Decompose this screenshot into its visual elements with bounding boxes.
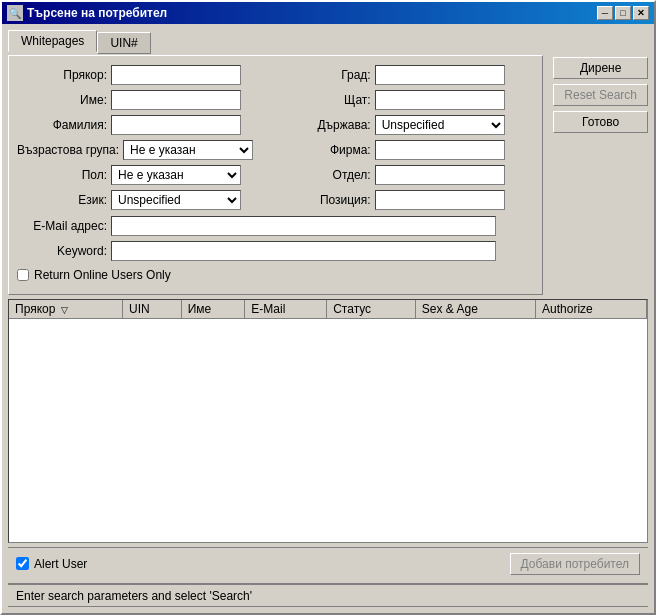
form-columns: Прякор: Име: Фамилия: Възрастова гр [17, 64, 534, 211]
done-button[interactable]: Готово [553, 111, 648, 133]
position-row: Позиция: [281, 189, 535, 211]
surname-row: Фамилия: [17, 114, 271, 136]
name-input[interactable] [111, 90, 241, 110]
city-row: Град: [281, 64, 535, 86]
company-label: Фирма: [281, 143, 371, 157]
alert-user-label: Alert User [34, 557, 87, 571]
email-label: E-Mail адрес: [17, 219, 107, 233]
country-label: Държава: [281, 118, 371, 132]
nickname-input[interactable] [111, 65, 241, 85]
title-bar-controls: ─ □ ✕ [597, 6, 649, 20]
col-nickname[interactable]: Прякор ▽ [9, 300, 123, 319]
col-status[interactable]: Статус [327, 300, 416, 319]
department-label: Отдел: [281, 168, 371, 182]
col-email[interactable]: E-Mail [245, 300, 327, 319]
email-input[interactable] [111, 216, 496, 236]
results-table-container: Прякор ▽ UIN Име E-Mail Статус Sex & Age… [8, 299, 648, 543]
search-area: Прякор: Име: Фамилия: Възрастова гр [8, 55, 648, 295]
email-row: E-Mail адрес: [17, 215, 534, 237]
language-row: Език: Unspecified Bulgarian English Germ… [17, 189, 271, 211]
buttons-panel: Дирене Reset Search Готово [547, 55, 648, 135]
alert-user-checkbox[interactable] [16, 557, 29, 570]
reset-button: Reset Search [553, 84, 648, 106]
close-button[interactable]: ✕ [633, 6, 649, 20]
country-select[interactable]: Unspecified Bulgaria USA Germany UK [375, 115, 505, 135]
company-input[interactable] [375, 140, 505, 160]
department-row: Отдел: [281, 164, 535, 186]
age-group-select[interactable]: Не е указан 18-22 23-29 30-39 40-49 50+ [123, 140, 253, 160]
window-icon: 🔍 [7, 5, 23, 21]
surname-input[interactable] [111, 115, 241, 135]
col-authorize[interactable]: Authorize [536, 300, 647, 319]
title-bar: 🔍 Търсене на потребител ─ □ ✕ [2, 2, 654, 24]
add-user-button: Добави потребител [510, 553, 640, 575]
results-table: Прякор ▽ UIN Име E-Mail Статус Sex & Age… [9, 300, 647, 319]
online-only-label: Return Online Users Only [34, 268, 171, 282]
bottom-bar: Alert User Добави потребител [8, 547, 648, 579]
maximize-button[interactable]: □ [615, 6, 631, 20]
col-uin[interactable]: UIN [123, 300, 182, 319]
name-label: Име: [17, 93, 107, 107]
state-input[interactable] [375, 90, 505, 110]
language-label: Език: [17, 193, 107, 207]
window-content: Whitepages UIN# Прякор: [2, 24, 654, 613]
name-row: Име: [17, 89, 271, 111]
age-group-row: Възрастова група: Не е указан 18-22 23-2… [17, 139, 271, 161]
nickname-label: Прякор: [17, 68, 107, 82]
company-row: Фирма: [281, 139, 535, 161]
window-title: Търсене на потребител [27, 6, 167, 20]
tab-bar: Whitepages UIN# [8, 30, 648, 52]
table-header-row: Прякор ▽ UIN Име E-Mail Статус Sex & Age… [9, 300, 647, 319]
online-only-checkbox[interactable] [17, 269, 29, 281]
position-label: Позиция: [281, 193, 371, 207]
gender-label: Пол: [17, 168, 107, 182]
state-row: Щат: [281, 89, 535, 111]
keyword-row: Keyword: [17, 240, 534, 262]
city-label: Град: [281, 68, 371, 82]
col-sex-age[interactable]: Sex & Age [415, 300, 535, 319]
form-left-col: Прякор: Име: Фамилия: Възрастова гр [17, 64, 271, 211]
sort-icon: ▽ [61, 305, 68, 315]
city-input[interactable] [375, 65, 505, 85]
gender-row: Пол: Не е указан Мъж Жена [17, 164, 271, 186]
status-bar: Enter search parameters and select 'Sear… [8, 583, 648, 607]
status-text: Enter search parameters and select 'Sear… [16, 589, 252, 603]
form-panel: Прякор: Име: Фамилия: Възрастова гр [8, 55, 543, 295]
online-only-row: Return Online Users Only [17, 264, 534, 286]
tab-uin[interactable]: UIN# [97, 32, 150, 54]
age-group-label: Възрастова група: [17, 143, 119, 157]
country-row: Държава: Unspecified Bulgaria USA German… [281, 114, 535, 136]
state-label: Щат: [281, 93, 371, 107]
gender-select[interactable]: Не е указан Мъж Жена [111, 165, 241, 185]
keyword-input[interactable] [111, 241, 496, 261]
nickname-row: Прякор: [17, 64, 271, 86]
tab-whitepages[interactable]: Whitepages [8, 30, 97, 52]
surname-label: Фамилия: [17, 118, 107, 132]
search-button[interactable]: Дирене [553, 57, 648, 79]
position-input[interactable] [375, 190, 505, 210]
department-input[interactable] [375, 165, 505, 185]
form-right-col: Град: Щат: Държава: Unspecified Bulgaria [281, 64, 535, 211]
title-bar-left: 🔍 Търсене на потребител [7, 5, 167, 21]
bottom-left: Alert User [16, 557, 87, 571]
minimize-button[interactable]: ─ [597, 6, 613, 20]
main-window: 🔍 Търсене на потребител ─ □ ✕ Whitepages… [0, 0, 656, 615]
col-name[interactable]: Име [181, 300, 245, 319]
language-select[interactable]: Unspecified Bulgarian English German [111, 190, 241, 210]
keyword-label: Keyword: [17, 244, 107, 258]
